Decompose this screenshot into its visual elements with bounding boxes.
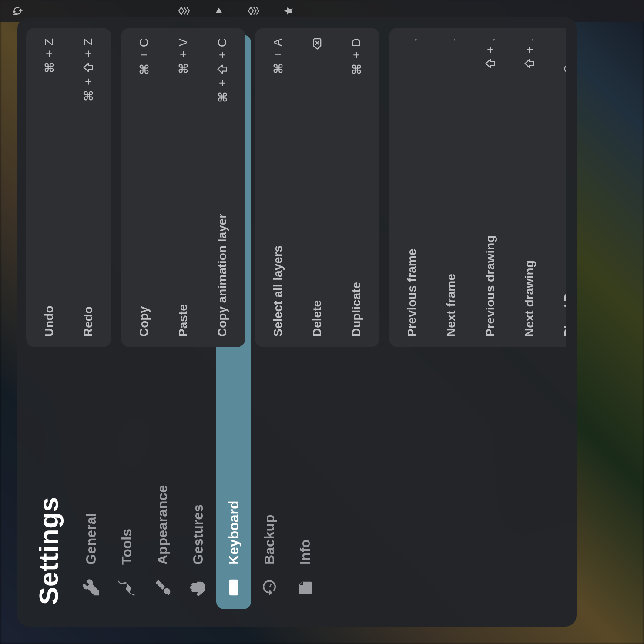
shortcut-row[interactable]: Paste+V	[164, 38, 203, 337]
plus-separator: +	[271, 51, 285, 58]
shortcut-label: Redo	[81, 306, 95, 337]
key-char: Z	[81, 38, 95, 46]
key-char: Space	[562, 38, 566, 73]
key-char: Z	[42, 38, 56, 46]
note-icon	[296, 577, 314, 598]
shortcut-row[interactable]: Copy+C	[124, 38, 164, 337]
shift-key-icon	[82, 61, 94, 74]
plus-separator: +	[81, 50, 95, 57]
shortcut-keys	[311, 38, 323, 50]
shortcut-row[interactable]: Previous drawing+,	[471, 38, 510, 337]
shortcut-group: Undo+ZRedo++Z	[26, 28, 111, 347]
plus-separator: +	[176, 51, 190, 58]
command-key-icon	[82, 90, 94, 102]
shortcut-row[interactable]: Duplicate+D	[337, 38, 376, 337]
shortcut-keys: +Z	[42, 38, 56, 74]
key-char: .	[444, 38, 458, 42]
shortcut-row[interactable]: Previous frame,	[392, 38, 432, 337]
key-char: C	[215, 38, 229, 47]
shortcut-row[interactable]: Next drawing+.	[510, 38, 549, 337]
shortcut-row[interactable]: Undo+Z	[30, 38, 69, 337]
key-char: ,	[405, 38, 419, 42]
play-icon[interactable]	[213, 5, 225, 17]
sidebar-item-label: Appearance	[154, 485, 171, 565]
plus-separator: +	[483, 46, 497, 53]
plus-separator: +	[81, 78, 95, 85]
brush-icon	[154, 577, 171, 598]
command-key-icon	[138, 63, 150, 75]
shortcut-label: Next drawing	[523, 260, 537, 337]
shortcut-label: Next frame	[444, 274, 458, 337]
shortcut-keys: +V	[176, 38, 190, 74]
shortcut-keys: ++Z	[81, 38, 95, 102]
shift-key-icon	[523, 57, 536, 70]
wrench-icon	[82, 577, 100, 598]
layers-fwd-icon[interactable]	[178, 5, 190, 17]
shortcut-keys: +.	[523, 38, 537, 70]
key-char: D	[349, 38, 363, 47]
command-key-icon	[177, 62, 189, 74]
shortcut-keys: Space	[562, 38, 566, 73]
shortcut-row[interactable]: Copy animation layer++C	[203, 38, 242, 337]
shortcut-row[interactable]: Play / PauseSpace	[549, 38, 566, 337]
history-icon	[261, 577, 278, 598]
shortcut-label: Previous drawing	[483, 235, 497, 337]
plus-separator: +	[349, 51, 363, 58]
shortcut-label: Previous frame	[405, 249, 419, 337]
shortcut-label: Duplicate	[349, 282, 363, 337]
key-char: .	[523, 38, 537, 42]
shift-key-icon	[216, 63, 228, 75]
sidebar-item-label: Tools	[119, 529, 135, 565]
shortcut-keys: ,	[405, 38, 419, 42]
keyboard-shortcuts-list: Undo+ZRedo++ZCopy+CPaste+VCopy animation…	[26, 28, 566, 347]
plus-separator: +	[215, 51, 229, 58]
keyboard-icon	[225, 577, 242, 598]
shortcut-label: Copy animation layer	[215, 214, 229, 337]
shortcut-row[interactable]: Select all layers+A	[258, 38, 298, 337]
key-char: ,	[483, 38, 497, 42]
hand-icon	[189, 577, 207, 598]
layers-back-icon[interactable]	[248, 5, 259, 17]
command-key-icon	[43, 61, 55, 74]
shortcut-group: Select all layers+ADeleteDuplicate+D	[255, 28, 379, 347]
shortcut-label: Delete	[310, 300, 324, 337]
shift-key-icon	[484, 57, 496, 70]
key-char: C	[137, 38, 151, 47]
command-key-icon	[216, 91, 228, 103]
shortcut-label: Undo	[42, 305, 56, 337]
shortcut-label: Copy	[137, 306, 151, 337]
sidebar-item-label: Keyboard	[226, 500, 242, 565]
shortcut-group: Previous frame,Next frame.Previous drawi…	[389, 28, 566, 347]
refresh-icon[interactable]	[11, 5, 23, 17]
delete-key-icon	[311, 38, 323, 50]
shortcut-keys: +A	[271, 38, 285, 74]
shortcut-label: Play / Pause	[562, 266, 566, 337]
plus-separator: +	[137, 51, 151, 58]
shortcut-label: Select all layers	[271, 245, 285, 337]
shortcut-label: Paste	[176, 304, 190, 337]
sidebar-item-label: Gestures	[190, 504, 206, 565]
sidebar-item-label: General	[83, 513, 99, 565]
sidebar-item-label: Backup	[262, 514, 278, 565]
shortcut-row[interactable]: Next frame.	[432, 38, 471, 337]
key-char: A	[271, 38, 285, 47]
pen-icon	[118, 577, 135, 598]
command-key-icon	[272, 62, 284, 74]
shortcut-keys: .	[444, 38, 458, 42]
plus-separator: +	[215, 80, 229, 87]
command-key-icon	[350, 63, 362, 75]
shortcut-keys: +,	[483, 38, 497, 70]
shortcut-keys: +D	[349, 38, 363, 75]
shortcut-row[interactable]: Redo++Z	[69, 38, 108, 337]
plus-separator: +	[523, 46, 537, 53]
shortcut-group: Copy+CPaste+VCopy animation layer++C	[121, 28, 245, 347]
key-char: V	[176, 38, 190, 47]
shortcut-row[interactable]: Delete	[298, 38, 337, 337]
pin-icon[interactable]	[283, 5, 294, 17]
shortcut-keys: ++C	[215, 38, 229, 103]
shortcut-keys: +C	[137, 38, 151, 75]
settings-panel: Settings General Tools Appearance Gestur…	[17, 17, 577, 627]
plus-separator: +	[42, 50, 56, 57]
sidebar-item-label: Info	[297, 539, 313, 565]
